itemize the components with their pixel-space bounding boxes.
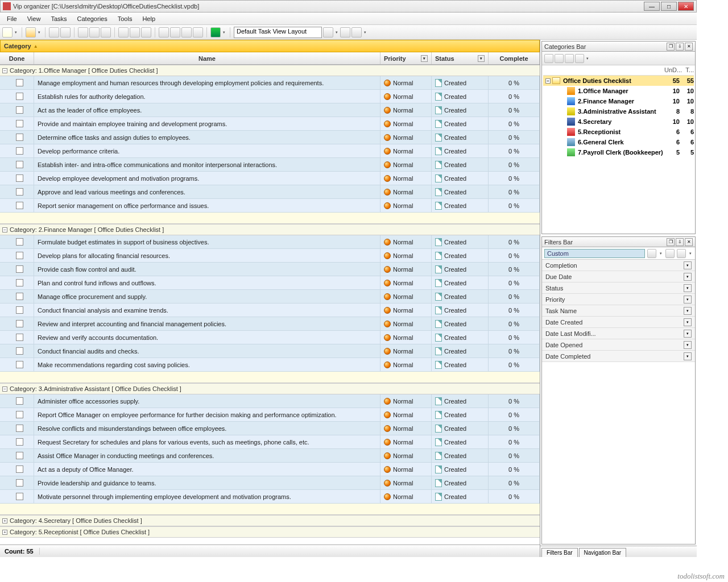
toolbar-save-layout-icon[interactable] <box>323 27 333 38</box>
task-row[interactable]: Provide and maintain employee training a… <box>0 117 540 131</box>
panel-close-icon[interactable]: ✕ <box>685 238 693 246</box>
toolbar-new-icon[interactable] <box>2 27 13 38</box>
filter-dropdown-icon[interactable]: ▾ <box>684 261 692 269</box>
task-row[interactable]: Motivate personnel through implementing … <box>0 490 540 504</box>
tree-root[interactable]: −Office Duties Checklist5555 <box>543 76 694 86</box>
dropdown-icon[interactable]: ▾ <box>659 248 663 259</box>
cat-delete-icon[interactable] <box>575 54 584 63</box>
column-done[interactable]: Done <box>0 52 34 64</box>
bottom-tab[interactable]: Navigation Bar <box>579 548 627 557</box>
column-name[interactable]: Name <box>34 52 380 64</box>
collapse-icon[interactable]: − <box>545 78 551 84</box>
expand-icon[interactable]: + <box>2 518 7 523</box>
panel-close-icon[interactable]: ✕ <box>685 43 693 51</box>
filter-row[interactable]: Priority▾ <box>542 294 695 305</box>
done-checkbox[interactable] <box>16 361 23 368</box>
task-row[interactable]: Make recommendations regarding cost savi… <box>0 358 540 372</box>
task-row[interactable]: Act as the leader of office employees.No… <box>0 103 540 117</box>
cat-props-icon[interactable] <box>565 54 574 63</box>
task-row[interactable]: Provide cash flow control and audit.Norm… <box>0 263 540 276</box>
dropdown-icon[interactable]: ▾ <box>37 27 42 38</box>
group-header[interactable]: −Category: 2.Finance Manager [ Office Du… <box>0 224 540 235</box>
filter-row[interactable]: Completion▾ <box>542 260 695 271</box>
filter-row[interactable]: Due Date▾ <box>542 271 695 282</box>
done-checkbox[interactable] <box>16 465 23 473</box>
panel-pin-icon[interactable]: ⇩ <box>676 43 684 51</box>
group-header[interactable]: −Category: 1.Office Manager [ Office Dut… <box>0 65 540 76</box>
task-row[interactable]: Review and verify accounts documentation… <box>0 331 540 344</box>
done-checkbox[interactable] <box>16 202 23 209</box>
done-checkbox[interactable] <box>16 188 23 196</box>
toolbar-view4-icon[interactable] <box>193 27 203 38</box>
done-checkbox[interactable] <box>16 334 23 341</box>
filter-dropdown-icon[interactable]: ▾ <box>684 284 692 292</box>
done-checkbox[interactable] <box>16 293 23 300</box>
panel-pin-icon[interactable]: ⇩ <box>676 238 684 246</box>
filter-dropdown-icon[interactable]: ▾ <box>478 55 485 62</box>
layout-combo[interactable]: Default Task View Layout <box>234 27 322 38</box>
done-checkbox[interactable] <box>16 479 23 487</box>
tree-node[interactable]: 6.General Clerk66 <box>543 137 694 147</box>
task-row[interactable]: Establish inter- and intra-office commun… <box>0 158 540 172</box>
task-row[interactable]: Assist Office Manager in conducting meet… <box>0 449 540 463</box>
group-header[interactable]: +Category: 4.Secretary [ Office Duties C… <box>0 515 540 526</box>
filter-row[interactable]: Date Last Modifi...▾ <box>542 328 695 339</box>
menu-view[interactable]: View <box>23 14 46 23</box>
collapse-icon[interactable]: − <box>2 227 7 232</box>
toolbar-flag-icon[interactable] <box>210 27 221 38</box>
toolbar-edit-icon[interactable] <box>89 27 100 38</box>
task-row[interactable]: Act as a deputy of Office Manager.Normal… <box>0 463 540 476</box>
task-row[interactable]: Report senior management on office perfo… <box>0 199 540 213</box>
done-checkbox[interactable] <box>16 120 23 127</box>
task-row[interactable]: Formulate budget estimates in support of… <box>0 235 540 249</box>
menu-file[interactable]: File <box>2 14 22 23</box>
done-checkbox[interactable] <box>16 347 23 355</box>
group-header[interactable]: −Category: 3.Administrative Assistant [ … <box>0 383 540 394</box>
task-row[interactable]: Develop plans for allocating financial r… <box>0 249 540 263</box>
done-checkbox[interactable] <box>16 106 23 114</box>
dropdown-icon[interactable]: ▾ <box>585 53 590 64</box>
toolbar-print-icon[interactable] <box>49 27 59 38</box>
toolbar-view2-icon[interactable] <box>170 27 180 38</box>
filter-clear-icon[interactable] <box>665 249 675 258</box>
done-checkbox[interactable] <box>16 306 23 314</box>
tree-node[interactable]: 5.Receptionist66 <box>543 127 694 137</box>
filter-dropdown-icon[interactable]: ▾ <box>684 352 692 360</box>
done-checkbox[interactable] <box>16 452 23 459</box>
done-checkbox[interactable] <box>16 438 23 446</box>
done-checkbox[interactable] <box>16 425 23 432</box>
minimize-button[interactable]: — <box>644 2 660 11</box>
menu-tasks[interactable]: Tasks <box>46 14 71 23</box>
task-row[interactable]: Conduct financial audits and checks.Norm… <box>0 344 540 358</box>
menu-categories[interactable]: Categories <box>73 14 112 23</box>
task-row[interactable]: Plan and control fund inflows and outflo… <box>0 276 540 290</box>
category-group-header[interactable]: Category ▲ <box>0 40 540 52</box>
done-checkbox[interactable] <box>16 411 23 418</box>
filter-row[interactable]: Date Opened▾ <box>542 339 695 351</box>
task-row[interactable]: Report Office Manager on employee perfor… <box>0 408 540 422</box>
filter-row[interactable]: Status▾ <box>542 282 695 294</box>
toolbar-copy-icon[interactable] <box>130 27 140 38</box>
menu-tools[interactable]: Tools <box>113 14 137 23</box>
category-tree[interactable]: UnD...T...−Office Duties Checklist55551.… <box>542 65 695 159</box>
done-checkbox[interactable] <box>16 93 23 100</box>
task-row[interactable]: Provide leadership and guidance to teams… <box>0 476 540 490</box>
toolbar-check-icon[interactable] <box>101 27 111 38</box>
filter-dropdown-icon[interactable]: ▾ <box>684 307 692 315</box>
done-checkbox[interactable] <box>16 161 23 168</box>
toolbar-delete-layout-icon[interactable] <box>351 27 362 38</box>
dropdown-icon[interactable]: ▾ <box>222 27 226 38</box>
close-button[interactable]: ✕ <box>678 2 694 11</box>
task-row[interactable]: Approve and lead various meetings and co… <box>0 185 540 199</box>
task-row[interactable]: Determine office tasks and assign duties… <box>0 131 540 144</box>
toolbar-cut-icon[interactable] <box>118 27 129 38</box>
filter-preset-select[interactable]: Custom <box>544 249 645 258</box>
filter-apply-icon[interactable] <box>647 249 656 258</box>
done-checkbox[interactable] <box>16 320 23 327</box>
done-checkbox[interactable] <box>16 265 23 273</box>
filter-dropdown-icon[interactable]: ▾ <box>684 318 692 326</box>
toolbar-manage-layout-icon[interactable] <box>340 27 350 38</box>
cat-edit-icon[interactable] <box>555 54 564 63</box>
dropdown-icon[interactable]: ▾ <box>688 248 693 259</box>
collapse-icon[interactable]: − <box>2 386 7 392</box>
